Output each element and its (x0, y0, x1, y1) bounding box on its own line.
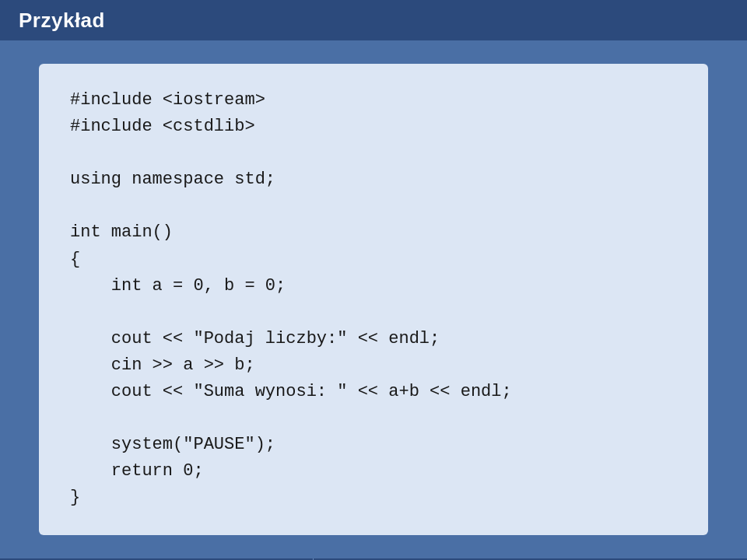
header: Przykład (0, 0, 747, 40)
code-block: #include <iostream> #include <cstdlib> u… (70, 87, 677, 512)
page-title: Przykład (19, 9, 105, 33)
code-box: #include <iostream> #include <cstdlib> u… (39, 64, 708, 535)
main-content: #include <iostream> #include <cstdlib> u… (0, 40, 747, 558)
